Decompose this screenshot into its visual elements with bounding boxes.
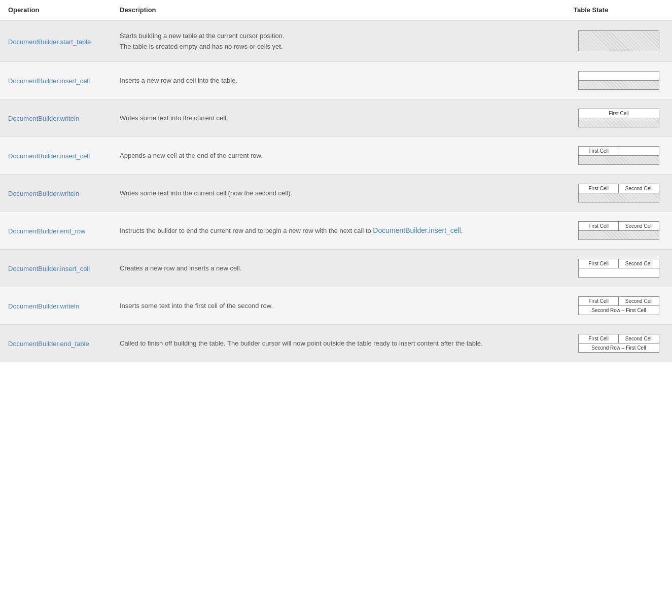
table-row: DocumentBuilder.writeln Inserts some tex… [0, 287, 672, 324]
mini-table-wrapper: First Cell Second Cell [574, 259, 664, 278]
description-cell: Inserts some text into the first cell of… [112, 287, 565, 324]
mini-table-wrapper: First Cell Second Cell [574, 221, 664, 240]
table-row: DocumentBuilder.end_table Called to fini… [0, 324, 672, 362]
description-cell: Writes some text into the current cell. [112, 99, 565, 136]
description-cell: Appends a new cell at the end of the cur… [112, 136, 565, 174]
table-state-cell: First Cell Second Cell Second Row – Firs… [565, 287, 672, 324]
desc-text: Appends a new cell at the end of the cur… [120, 152, 263, 159]
description-cell: Inserts a new row and cell into the tabl… [112, 61, 565, 99]
mini-table-wrapper: First Cell Second Cell Second Row – Firs… [574, 334, 664, 353]
operation-link[interactable]: DocumentBuilder.writeln [8, 190, 79, 197]
description-cell: Called to finish off building the table.… [112, 324, 565, 362]
table-state-cell: First Cell Second Cell [565, 249, 672, 287]
operation-link[interactable]: DocumentBuilder.end_table [8, 340, 89, 348]
table-row: DocumentBuilder.writeln Writes some text… [0, 99, 672, 136]
operation-link[interactable]: DocumentBuilder.insert_cell [8, 77, 90, 85]
main-documentation-table: Operation Description Table State Docume… [0, 0, 672, 362]
operation-cell: DocumentBuilder.start_table [0, 20, 112, 61]
table-row: DocumentBuilder.insert_cell Inserts a ne… [0, 61, 672, 99]
operation-cell: DocumentBuilder.writeln [0, 287, 112, 324]
operation-link[interactable]: DocumentBuilder.insert_cell [8, 265, 90, 272]
mini-table-wrapper: First Cell Second Cell Second Row – Firs… [574, 296, 664, 315]
header-operation: Operation [0, 0, 112, 20]
table-state-cell: First Cell Second Cell Second Row – Firs… [565, 324, 672, 362]
desc-text: Creates a new row and inserts a new cell… [120, 264, 242, 272]
mini-table-wrapper [574, 71, 664, 90]
table-state-cell: First Cell Second Cell [565, 174, 672, 212]
table-state-cell [565, 20, 672, 61]
table-row: DocumentBuilder.insert_cell Appends a ne… [0, 136, 672, 174]
table-row: DocumentBuilder.start_table Starts build… [0, 20, 672, 61]
table-state-cell: First Cell [565, 136, 672, 174]
operation-link[interactable]: DocumentBuilder.writeln [8, 115, 79, 122]
description-cell: Starts building a new table at the curre… [112, 20, 565, 61]
desc-text: Called to finish off building the table.… [120, 339, 483, 347]
operation-link[interactable]: DocumentBuilder.end_row [8, 227, 85, 235]
operation-cell: DocumentBuilder.writeln [0, 99, 112, 136]
header-description: Description [112, 0, 565, 20]
operation-cell: DocumentBuilder.insert_cell [0, 249, 112, 287]
operation-cell: DocumentBuilder.insert_cell [0, 61, 112, 99]
desc-text: Inserts some text into the first cell of… [120, 302, 273, 310]
operation-link[interactable]: DocumentBuilder.insert_cell [8, 152, 90, 160]
desc-text: Writes some text into the current cell. [120, 114, 228, 122]
desc-text: Writes some text into the current cell (… [120, 189, 292, 197]
table-state-cell [565, 61, 672, 99]
description-cell: Instructs the builder to end the current… [112, 212, 565, 249]
operation-link[interactable]: DocumentBuilder.start_table [8, 38, 91, 46]
desc-text: Starts building a new table at the curre… [120, 32, 284, 40]
desc-text: The table is created empty and has no ro… [120, 43, 283, 50]
mini-table-wrapper: First Cell [574, 109, 664, 127]
table-row: DocumentBuilder.insert_cell Creates a ne… [0, 249, 672, 287]
operation-cell: DocumentBuilder.end_table [0, 324, 112, 362]
mini-table-wrapper [574, 30, 664, 51]
description-cell: Writes some text into the current cell (… [112, 174, 565, 212]
operation-cell: DocumentBuilder.insert_cell [0, 136, 112, 174]
desc-text: Instructs the builder to end the current… [120, 227, 373, 234]
table-state-cell: First Cell Second Cell [565, 212, 672, 249]
table-row: DocumentBuilder.writeln Writes some text… [0, 174, 672, 212]
operation-cell: DocumentBuilder.writeln [0, 174, 112, 212]
mini-table-wrapper: First Cell Second Cell [574, 184, 664, 202]
table-header: Operation Description Table State [0, 0, 672, 20]
desc-link[interactable]: DocumentBuilder.insert_cell [373, 226, 461, 234]
table-state-cell: First Cell [565, 99, 672, 136]
header-table-state: Table State [565, 0, 672, 20]
description-cell: Creates a new row and inserts a new cell… [112, 249, 565, 287]
operation-cell: DocumentBuilder.end_row [0, 212, 112, 249]
mini-table-wrapper: First Cell [574, 146, 664, 165]
operation-link[interactable]: DocumentBuilder.writeln [8, 302, 79, 310]
table-row: DocumentBuilder.end_row Instructs the bu… [0, 212, 672, 249]
desc-text: Inserts a new row and cell into the tabl… [120, 77, 237, 84]
